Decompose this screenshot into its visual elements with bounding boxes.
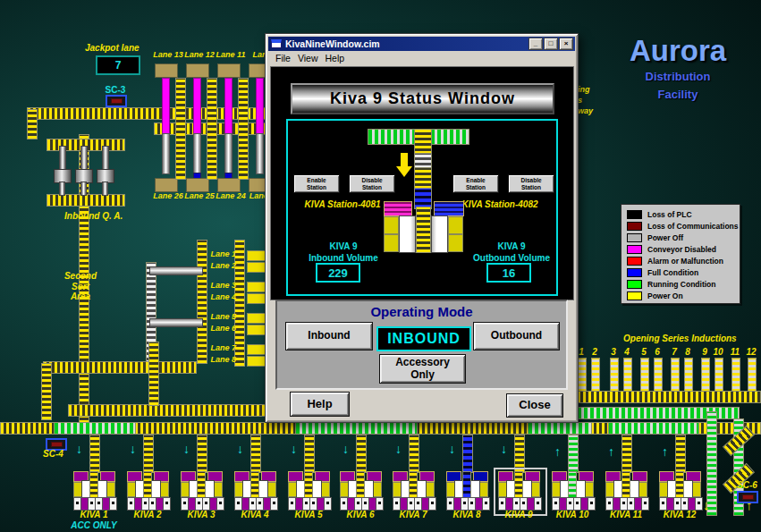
menu-bar: File View Help bbox=[268, 51, 575, 64]
mode-display: INBOUND bbox=[376, 326, 471, 351]
kiva-station[interactable] bbox=[288, 471, 329, 509]
legend-swatch bbox=[627, 268, 642, 277]
qa-cylinder-pole bbox=[59, 146, 66, 171]
kiva-label: KIVA 5 bbox=[280, 510, 337, 520]
menu-file[interactable]: File bbox=[275, 53, 291, 63]
station-side-block bbox=[531, 482, 540, 497]
down-arrow-icon: ↓ bbox=[291, 442, 297, 456]
status-legend: Loss of PLCLoss of CommunicationsPower O… bbox=[621, 204, 740, 304]
conveyor-segment bbox=[68, 404, 266, 417]
station-bin-dot bbox=[554, 502, 557, 504]
legend-swatch bbox=[627, 245, 642, 254]
sort-lane-label: Lane 1 bbox=[207, 249, 236, 258]
conveyor-segment bbox=[143, 471, 152, 498]
conveyor-segment bbox=[250, 471, 259, 498]
disable-station-right-button[interactable]: Disable Station bbox=[508, 174, 554, 193]
close-window-button[interactable]: × bbox=[559, 38, 573, 50]
close-button[interactable]: Close bbox=[506, 393, 563, 418]
induction-number: 5 bbox=[637, 347, 651, 358]
btn-line: Station bbox=[362, 184, 382, 190]
station-top-block bbox=[434, 201, 464, 216]
conveyor-segment bbox=[414, 129, 432, 155]
station-bin bbox=[216, 497, 224, 511]
station-bin bbox=[376, 497, 384, 511]
kiva-sub-label: ACC ONLY bbox=[63, 520, 124, 531]
conveyor-segment bbox=[43, 361, 197, 374]
disable-station-left-button[interactable]: Disable Station bbox=[349, 174, 395, 193]
outbound-mode-button[interactable]: Outbound bbox=[473, 322, 560, 350]
conveyor-segment bbox=[731, 358, 740, 393]
minimize-button[interactable]: _ bbox=[528, 38, 543, 50]
legend-swatch bbox=[627, 222, 642, 231]
kiva-station[interactable] bbox=[659, 471, 700, 509]
kiva-station[interactable] bbox=[127, 471, 168, 509]
kiva-label: KIVA 9 bbox=[490, 510, 547, 520]
conveyor-segment bbox=[416, 207, 431, 253]
kiva-label: KIVA 11 bbox=[597, 510, 655, 520]
help-button[interactable]: Help bbox=[290, 392, 350, 417]
kiva-station[interactable] bbox=[498, 471, 539, 509]
second-sort-line3: Area bbox=[45, 291, 116, 302]
station-bin-dot bbox=[130, 502, 132, 504]
inbound-mode-button[interactable]: Inbound bbox=[285, 322, 373, 350]
legend-row: Full Condition bbox=[627, 266, 740, 278]
menu-view[interactable]: View bbox=[298, 53, 318, 63]
station-bin-dot bbox=[410, 502, 412, 504]
kiva-feed-conveyor bbox=[675, 435, 686, 473]
kiva9-station-graphic bbox=[384, 201, 463, 260]
kiva-station[interactable] bbox=[552, 471, 593, 509]
second-sort-line1: Second bbox=[45, 271, 116, 282]
kiva-station[interactable] bbox=[181, 471, 222, 509]
kiva-station[interactable] bbox=[73, 471, 114, 509]
maximize-button[interactable]: □ bbox=[544, 38, 558, 50]
legend-label: Loss of PLC bbox=[647, 210, 692, 219]
station-bin bbox=[534, 497, 542, 511]
kiva-station[interactable] bbox=[340, 471, 381, 509]
conveyor-segment bbox=[238, 78, 249, 180]
legend-label: Full Condition bbox=[647, 268, 698, 277]
kiva-label: KIVA 8 bbox=[438, 510, 495, 520]
kiva-station[interactable] bbox=[393, 471, 434, 509]
operating-mode-panel: Operating Mode Inbound INBOUND Outbound … bbox=[275, 300, 568, 390]
facility-title-main: Aurora bbox=[597, 34, 758, 68]
conveyor-segment bbox=[671, 358, 680, 393]
qa-cylinder-pole bbox=[102, 146, 109, 171]
station-bin-dot bbox=[205, 502, 207, 504]
accessory-only-button[interactable]: Accessory Only bbox=[379, 354, 466, 384]
station-bin-dot bbox=[630, 502, 632, 504]
station-bin-dot bbox=[590, 502, 593, 504]
window-title: KivaNineWindow.cim bbox=[285, 38, 380, 49]
conveyor-segment bbox=[409, 471, 418, 498]
station-bin-dot bbox=[251, 502, 254, 504]
window-titlebar[interactable]: KivaNineWindow.cim _ □ × bbox=[268, 37, 575, 51]
station-bin-dot bbox=[662, 502, 664, 504]
kiva-station[interactable] bbox=[605, 471, 647, 509]
outbound-volume-line1: KIVA 9 bbox=[465, 241, 558, 252]
station-bin-dot bbox=[219, 502, 222, 504]
conveyor-segment bbox=[89, 471, 98, 498]
menu-help[interactable]: Help bbox=[326, 53, 345, 63]
kiva-label: KIVA 7 bbox=[385, 510, 442, 520]
enable-station-left-button[interactable]: Enable Station bbox=[293, 174, 340, 193]
enable-station-right-button[interactable]: Enable Station bbox=[452, 174, 499, 193]
station-bin bbox=[324, 497, 332, 511]
station-bin-dot bbox=[395, 502, 398, 504]
conveyor-segment bbox=[623, 358, 632, 393]
jackpot-lane-count: 7 bbox=[96, 55, 140, 75]
operating-mode-title: Operating Mode bbox=[277, 304, 566, 319]
sorter-bridge bbox=[149, 318, 203, 327]
station-bin-dot bbox=[417, 502, 419, 504]
station-bin-dot bbox=[431, 502, 434, 504]
kiva-nine-window: KivaNineWindow.cim _ □ × File View Help … bbox=[265, 33, 579, 423]
kiva-feed-conveyor bbox=[143, 435, 154, 473]
conveyor-segment bbox=[610, 358, 619, 393]
station-bin-dot bbox=[676, 502, 679, 504]
kiva-station[interactable] bbox=[234, 471, 275, 509]
kiva-station[interactable] bbox=[446, 471, 487, 509]
conveyor-segment bbox=[47, 194, 125, 207]
induction-number: 2 bbox=[588, 347, 602, 358]
second-sort-area-label: Second Sort Area bbox=[45, 271, 116, 302]
down-arrow-icon: ↓ bbox=[395, 442, 402, 456]
induction-number: 8 bbox=[681, 347, 695, 358]
induction-number: 12 bbox=[744, 347, 758, 358]
